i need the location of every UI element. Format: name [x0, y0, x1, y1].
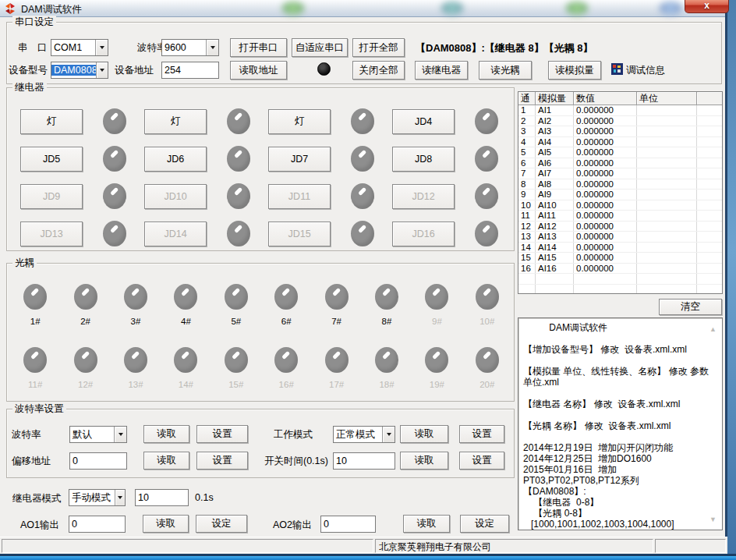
- scroll-up-icon[interactable]: ▲: [709, 326, 717, 333]
- relay-led-indicator[interactable]: [351, 221, 374, 246]
- relay-led-indicator[interactable]: [475, 183, 498, 209]
- table-row[interactable]: 2 AI2 0.000000: [518, 116, 722, 127]
- relay-button[interactable]: JD15: [268, 222, 331, 246]
- cell-unit: [637, 222, 697, 232]
- relay-led-indicator[interactable]: [227, 183, 250, 209]
- relay-mode-select[interactable]: 手动模式: [69, 489, 126, 506]
- read-opto-button[interactable]: 读光耦: [479, 61, 532, 80]
- col-header-analog[interactable]: 模拟量: [536, 92, 574, 105]
- relay-led-indicator[interactable]: [103, 221, 126, 246]
- relay-button[interactable]: JD6: [144, 147, 207, 172]
- ao1-read-button[interactable]: 读取: [143, 515, 189, 533]
- table-row[interactable]: 12 AI12 0.000000: [518, 222, 722, 232]
- read-relay-button[interactable]: 读继电器: [415, 61, 468, 80]
- relay-time-field[interactable]: [135, 489, 189, 506]
- dropdown-arrow-icon[interactable]: [206, 40, 218, 55]
- device-address-field[interactable]: [161, 62, 219, 79]
- titlebar[interactable]: DAM调试软件: [0, 0, 725, 17]
- close-button[interactable]: x: [685, 0, 729, 13]
- switch-time-set-button[interactable]: 设置: [459, 452, 504, 470]
- col-header-unit[interactable]: 单位: [637, 92, 697, 105]
- switch-time-field[interactable]: [333, 452, 395, 470]
- close-all-button[interactable]: 关闭全部: [352, 61, 405, 80]
- relay-button[interactable]: JD16: [392, 222, 455, 246]
- scroll-down-icon[interactable]: ▼: [709, 516, 717, 523]
- relay-led-indicator[interactable]: [227, 221, 250, 246]
- table-row[interactable]: 15 AI15 0.000000: [518, 253, 722, 264]
- relay-button[interactable]: JD7: [268, 147, 331, 172]
- relay-button[interactable]: JD10: [144, 184, 207, 209]
- table-row[interactable]: 9 AI9 0.000000: [518, 190, 722, 200]
- relay-led-indicator[interactable]: [103, 108, 126, 134]
- device-model-label: 设备型号: [9, 64, 48, 77]
- ao1-output-field[interactable]: [69, 516, 126, 533]
- table-row[interactable]: 1 AI1 0.000000: [518, 105, 722, 116]
- table-row[interactable]: 3 AI3 0.000000: [518, 126, 722, 137]
- relay-led-indicator[interactable]: [227, 146, 250, 172]
- relay-button[interactable]: 灯: [20, 109, 83, 134]
- relay-button[interactable]: JD13: [20, 222, 83, 246]
- clear-button[interactable]: 清空: [659, 299, 722, 315]
- device-model-select[interactable]: DAM0808: [51, 62, 108, 79]
- relay-led-indicator[interactable]: [103, 146, 126, 172]
- debug-info-icon[interactable]: [611, 63, 623, 75]
- read-analog-button[interactable]: 读模拟量: [548, 61, 601, 80]
- table-row[interactable]: 16 AI16 0.000000: [518, 264, 722, 275]
- relay-led-indicator[interactable]: [475, 146, 498, 172]
- col-header-value[interactable]: 数值: [574, 92, 637, 105]
- com-port-select[interactable]: COM1: [51, 39, 108, 56]
- relay-led-indicator[interactable]: [351, 108, 374, 134]
- relay-button[interactable]: JD4: [392, 109, 455, 134]
- baud-read-button[interactable]: 读取: [143, 425, 189, 443]
- dropdown-arrow-icon[interactable]: [95, 40, 108, 55]
- col-header-extra[interactable]: [697, 92, 722, 105]
- relay-button[interactable]: JD11: [268, 184, 331, 209]
- relay-button[interactable]: 灯: [268, 109, 331, 134]
- ao1-set-button[interactable]: 设定: [196, 515, 247, 533]
- relay-led-indicator[interactable]: [351, 183, 374, 209]
- work-mode-select[interactable]: 正常模式: [333, 426, 395, 443]
- table-row[interactable]: 7 AI7 0.000000: [518, 168, 722, 179]
- offset-set-button[interactable]: 设置: [196, 452, 248, 470]
- table-row[interactable]: 11 AI11 0.000000: [518, 211, 722, 222]
- relay-led-indicator[interactable]: [475, 221, 498, 246]
- dropdown-arrow-icon[interactable]: [382, 427, 395, 442]
- relay-led-indicator[interactable]: [475, 108, 498, 134]
- relay-button[interactable]: JD12: [392, 184, 455, 209]
- ao2-set-button[interactable]: 设定: [460, 515, 509, 533]
- dropdown-arrow-icon[interactable]: [96, 62, 108, 78]
- baud-set-button[interactable]: 设置: [196, 425, 248, 443]
- offset-read-button[interactable]: 读取: [143, 452, 189, 470]
- dropdown-arrow-icon[interactable]: [114, 427, 126, 442]
- ao2-read-button[interactable]: 读取: [403, 515, 450, 533]
- table-row[interactable]: 10 AI10 0.000000: [518, 200, 722, 211]
- relay-led-indicator[interactable]: [227, 108, 250, 134]
- read-address-button[interactable]: 读取地址: [230, 61, 287, 80]
- open-all-button[interactable]: 打开全部: [352, 38, 405, 57]
- relay-button[interactable]: JD14: [144, 222, 207, 246]
- relay-led-indicator[interactable]: [103, 183, 126, 209]
- table-row[interactable]: 8 AI8 0.000000: [518, 179, 722, 190]
- relay-led-indicator[interactable]: [351, 146, 374, 172]
- relay-button[interactable]: 灯: [144, 109, 207, 134]
- relay-button[interactable]: JD8: [392, 147, 455, 172]
- open-serial-button[interactable]: 打开串口: [230, 38, 287, 57]
- auto-serial-button[interactable]: 自适应串口: [292, 38, 348, 57]
- relay-button[interactable]: JD5: [20, 147, 83, 172]
- switch-time-read-button[interactable]: 读取: [400, 452, 448, 470]
- dropdown-arrow-icon[interactable]: [115, 490, 125, 505]
- col-header-channel[interactable]: 通: [518, 92, 536, 105]
- table-row[interactable]: 14 AI14 0.000000: [518, 243, 722, 253]
- info-textbox[interactable]: DAM调试软件 【增加设备型号】 修改 设备表.xml.xml 【模拟量 单位、…: [518, 317, 723, 530]
- ao2-output-field[interactable]: [320, 516, 376, 533]
- offset-address-field[interactable]: [69, 452, 127, 470]
- baud-select[interactable]: 默认: [69, 426, 127, 443]
- table-row[interactable]: 5 AI5 0.000000: [518, 147, 722, 158]
- work-mode-read-button[interactable]: 读取: [400, 425, 448, 443]
- table-row[interactable]: 6 AI6 0.000000: [518, 158, 722, 169]
- relay-button[interactable]: JD9: [20, 184, 83, 209]
- baud-rate-select[interactable]: 9600: [161, 39, 219, 56]
- work-mode-set-button[interactable]: 设置: [459, 425, 504, 443]
- table-row[interactable]: 13 AI13 0.000000: [518, 232, 722, 243]
- table-row[interactable]: 4 AI4 0.000000: [518, 137, 722, 148]
